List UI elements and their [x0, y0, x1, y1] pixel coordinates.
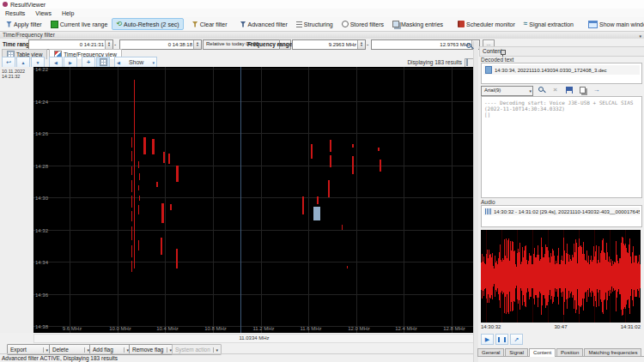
signal-segment[interactable] — [131, 196, 132, 208]
save-button[interactable] — [563, 85, 574, 95]
time-from-value[interactable]: 0 14:21:31 — [80, 42, 104, 47]
waveform-bar — [640, 264, 641, 289]
spinner-arrows-icon[interactable]: ▲▼ — [193, 40, 201, 49]
decoded-text-area[interactable]: ---- Decoding start: Voice J3E-USB + SEL… — [481, 96, 642, 198]
pause-button[interactable] — [495, 334, 508, 345]
audio-file-list[interactable]: 14:30:32 - 14:31:02 [29.4s], 20221110-14… — [481, 205, 642, 227]
signal-segment[interactable] — [131, 166, 132, 175]
advanced-filter-icon — [240, 21, 246, 27]
panel-splitter[interactable] — [473, 41, 478, 362]
signal-segment[interactable] — [131, 211, 132, 221]
decoded-file-list[interactable]: 14:30:34, 20221110.143034.0330_172408_3.… — [481, 63, 642, 84]
live-range-icon — [51, 21, 58, 28]
time-to-value[interactable]: 0 14:38:18 — [168, 42, 192, 47]
signal-segment[interactable] — [161, 238, 162, 255]
signal-segment[interactable] — [170, 204, 172, 210]
structuring-button[interactable]: Structuring — [292, 19, 337, 30]
freq-to-spinbox[interactable]: 12.9763 MHz ▲▼ — [371, 39, 480, 50]
grid-line — [33, 326, 473, 327]
stored-filters-button[interactable]: Stored filters — [337, 18, 388, 30]
grid-line — [213, 67, 214, 333]
play-button[interactable]: ▶ — [481, 334, 494, 345]
spinner-arrows-icon[interactable]: ▲▼ — [105, 40, 112, 49]
copy-button[interactable] — [577, 85, 588, 95]
list-item[interactable]: 14:30:32 - 14:31:02 [29.4s], 20221110-14… — [483, 208, 640, 215]
cursor-frequency-value: 11.0334 MHz — [239, 335, 269, 341]
apply-filter-button[interactable]: Apply filter — [2, 19, 46, 30]
signal-segment[interactable] — [152, 139, 155, 154]
signal-segment[interactable] — [143, 137, 146, 154]
signal-segment[interactable] — [131, 261, 132, 272]
open-in-player-button[interactable]: ↗ — [510, 334, 523, 345]
tab-matching-frequencies[interactable]: Matching frequencies — [584, 348, 641, 356]
signal-segment[interactable] — [317, 196, 319, 204]
signal-segment[interactable] — [168, 154, 170, 164]
time-axis-label: 14:34 — [35, 260, 48, 265]
signal-segment[interactable] — [156, 182, 158, 187]
signal-segment[interactable] — [131, 226, 132, 240]
chevron-down-icon[interactable]: ▾ — [43, 347, 48, 353]
show-main-window-button[interactable]: Show main window — [584, 18, 644, 31]
font-dropdown[interactable]: Arial(9) ▾ — [481, 86, 533, 96]
signal-segment[interactable] — [352, 156, 354, 174]
time-to-spinbox[interactable]: 0 14:38:18 ▲▼ — [119, 39, 202, 50]
signal-segment[interactable] — [138, 185, 139, 190]
stored-filters-icon — [342, 21, 349, 27]
clear-button[interactable]: × — [550, 85, 561, 95]
find-button[interactable] — [536, 85, 547, 95]
menu-views[interactable]: Views — [30, 10, 57, 16]
tab-signal[interactable]: Signal — [505, 348, 528, 356]
signal-segment[interactable] — [138, 240, 139, 250]
signal-extraction-button[interactable]: ≈Signal extraction — [519, 18, 578, 30]
signal-segment[interactable] — [131, 151, 132, 161]
signal-segment[interactable] — [347, 266, 348, 268]
content-panel-header: Content — [479, 46, 644, 57]
signal-segment[interactable] — [328, 180, 330, 197]
tab-general[interactable]: General — [477, 348, 504, 356]
freq-from-spinbox[interactable]: 9.2963 MHz ▲▼ — [292, 39, 366, 50]
frequency-cursor-line[interactable] — [240, 67, 241, 333]
signal-segment[interactable] — [176, 249, 178, 268]
grid-line — [356, 67, 357, 333]
spinner-arrows-icon[interactable]: ▲▼ — [357, 40, 365, 49]
tab-content[interactable]: Content — [529, 348, 556, 357]
signal-segment[interactable] — [176, 166, 179, 182]
menu-help[interactable]: Help — [57, 10, 79, 16]
signal-segment[interactable] — [131, 180, 132, 192]
signal-segment[interactable] — [163, 152, 165, 163]
signal-segment[interactable] — [330, 140, 331, 152]
menu-results[interactable]: Results — [0, 10, 30, 16]
signal-segment[interactable] — [378, 148, 380, 151]
signal-segment[interactable] — [131, 137, 132, 148]
signal-segment[interactable] — [139, 196, 140, 201]
audio-waveform[interactable] — [481, 230, 641, 323]
signal-segment[interactable] — [342, 225, 343, 230]
scheduler-monitor-button[interactable]: Scheduler monitor — [453, 18, 519, 30]
signal-segment[interactable] — [352, 144, 354, 148]
spectrogram-plot[interactable]: 9.6 MHz10.0 MHz10.4 MHz10.8 MHz11.2 MHz1… — [33, 67, 473, 333]
masking-entries-button[interactable]: Masking entries — [388, 18, 447, 30]
signal-segment[interactable] — [311, 144, 313, 159]
selection-marker[interactable] — [313, 207, 320, 220]
freq-from-value[interactable]: 9.2963 MHz — [329, 42, 356, 47]
advanced-filter-button[interactable]: Advanced filter — [236, 19, 292, 30]
current-live-range-button[interactable]: Current live range — [46, 18, 112, 31]
signal-segment[interactable] — [161, 203, 164, 223]
signal-segment[interactable] — [330, 155, 331, 167]
grid-icon — [466, 58, 468, 66]
masking-entries-icon — [392, 21, 399, 27]
auto-refresh-2-sec--button[interactable]: ⟲Auto-Refresh (2 sec) — [112, 18, 183, 30]
tab-position[interactable]: Position — [556, 348, 583, 356]
signal-segment[interactable] — [380, 160, 381, 172]
export-text-button[interactable]: → — [591, 85, 602, 95]
signal-segment[interactable] — [134, 80, 135, 268]
signal-segment[interactable] — [131, 245, 132, 257]
signal-segment[interactable] — [302, 196, 304, 214]
toolbar-button-label: Scheduler monitor — [466, 21, 515, 27]
signal-segment[interactable] — [139, 173, 140, 180]
pin-icon[interactable] — [501, 50, 506, 55]
list-item[interactable]: 14:30:34, 20221110.143034.0330_172408_3.… — [483, 65, 640, 75]
signal-segment[interactable] — [138, 161, 139, 168]
clear-filter-button[interactable]: Clear filter — [188, 19, 232, 30]
signal-segment[interactable] — [138, 205, 139, 214]
